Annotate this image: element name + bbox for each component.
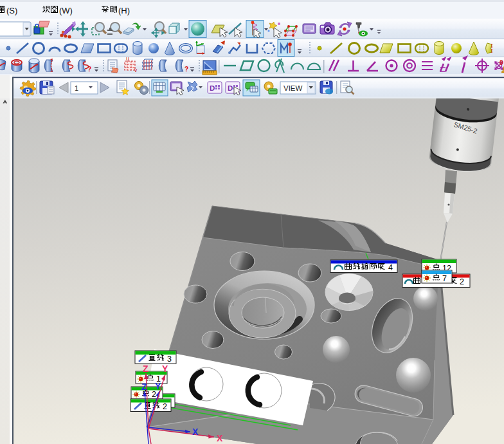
svg-text:D: D <box>210 84 215 92</box>
svg-text:7: 7 <box>442 274 447 283</box>
svg-text:1: 1 <box>75 84 78 92</box>
svg-text:Z: Z <box>143 364 148 374</box>
svg-text:VIEW: VIEW <box>284 84 303 92</box>
svg-text:(W): (W) <box>59 6 73 15</box>
svg-text:Y: Y <box>162 364 168 374</box>
svg-text:3: 3 <box>167 355 172 364</box>
svg-text:4: 4 <box>388 263 393 272</box>
svg-text:X: X <box>217 433 223 443</box>
svg-text:2: 2 <box>152 390 156 399</box>
svg-text:?: ? <box>87 66 91 73</box>
svg-text:X: X <box>192 427 199 437</box>
svg-text:Y: Y <box>155 381 161 391</box>
svg-text:D: D <box>228 84 233 92</box>
svg-text:θ: θ <box>500 59 503 66</box>
svg-text:u: u <box>126 55 129 62</box>
svg-text:2: 2 <box>163 402 167 411</box>
svg-text:(H): (H) <box>118 6 130 15</box>
svg-text:Z: Z <box>141 382 147 392</box>
svg-text:?: ? <box>184 66 188 73</box>
svg-text:(S): (S) <box>6 6 17 15</box>
svg-text:2: 2 <box>460 277 464 286</box>
